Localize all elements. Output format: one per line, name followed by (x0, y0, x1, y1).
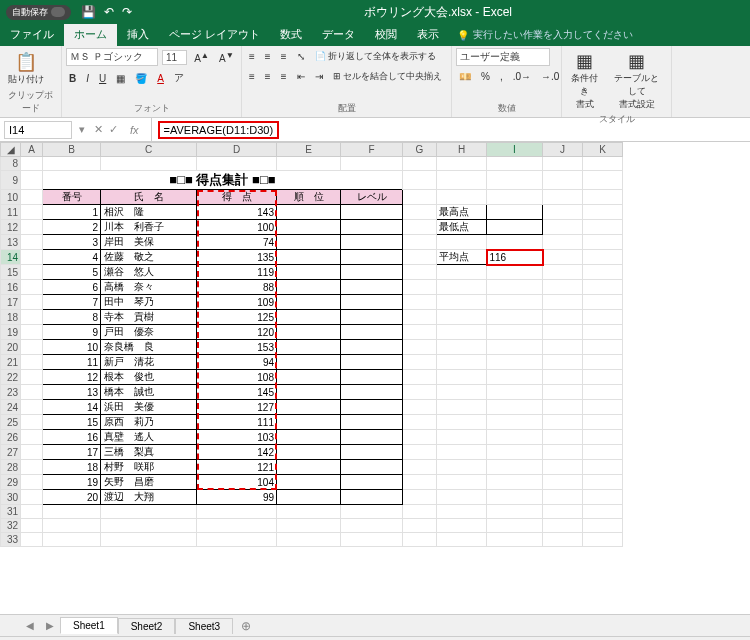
row-header[interactable]: 22 (1, 370, 21, 385)
cell-score[interactable]: 119 (197, 265, 277, 280)
cell-level[interactable] (341, 400, 403, 415)
cell-level[interactable] (341, 460, 403, 475)
cell-name[interactable]: 岸田 美保 (101, 235, 197, 250)
row-header[interactable]: 27 (1, 445, 21, 460)
cell-rank[interactable] (277, 475, 341, 490)
cell-rank[interactable] (277, 205, 341, 220)
cell-name[interactable]: 橋本 誠也 (101, 385, 197, 400)
cell-rank[interactable] (277, 385, 341, 400)
cell-num[interactable]: 4 (43, 250, 101, 265)
increase-font-icon[interactable]: A▲ (191, 48, 212, 66)
cell-level[interactable] (341, 310, 403, 325)
cell-score[interactable]: 74 (197, 235, 277, 250)
border-button[interactable]: ▦ (113, 71, 128, 86)
cell-num[interactable]: 16 (43, 430, 101, 445)
row-header[interactable]: 9 (1, 171, 21, 190)
cell-name[interactable]: 渡辺 大翔 (101, 490, 197, 505)
row-header[interactable]: 25 (1, 415, 21, 430)
new-sheet-button[interactable]: ⊕ (241, 619, 251, 633)
cell-score[interactable]: 88 (197, 280, 277, 295)
tab-data[interactable]: データ (312, 24, 365, 46)
cell-name[interactable]: 矢野 昌磨 (101, 475, 197, 490)
cell-level[interactable] (341, 490, 403, 505)
row-header[interactable]: 33 (1, 533, 21, 547)
cell-rank[interactable] (277, 265, 341, 280)
value-avg[interactable]: 116 (487, 250, 543, 265)
cell-rank[interactable] (277, 415, 341, 430)
number-format-select[interactable]: ユーザー定義 (456, 48, 550, 66)
col-header-a[interactable]: A (21, 143, 43, 157)
row-header[interactable]: 11 (1, 205, 21, 220)
currency-icon[interactable]: 💴 (456, 69, 474, 84)
row-header[interactable]: 26 (1, 430, 21, 445)
cell-score[interactable]: 109 (197, 295, 277, 310)
align-right-icon[interactable]: ≡ (278, 69, 290, 84)
increase-indent-icon[interactable]: ⇥ (312, 69, 326, 84)
cell-score[interactable]: 145 (197, 385, 277, 400)
cell-score[interactable]: 104 (197, 475, 277, 490)
row-header[interactable]: 23 (1, 385, 21, 400)
cell-level[interactable] (341, 355, 403, 370)
name-box[interactable] (4, 121, 72, 139)
row-header[interactable]: 24 (1, 400, 21, 415)
namebox-dropdown-icon[interactable]: ▾ (76, 123, 88, 136)
cell-level[interactable] (341, 295, 403, 310)
cell-score[interactable]: 125 (197, 310, 277, 325)
orientation-icon[interactable]: ⤡ (294, 49, 308, 64)
paste-button[interactable]: 📋 貼り付け (4, 49, 48, 88)
cell-name[interactable]: 三橋 梨真 (101, 445, 197, 460)
wrap-text-button[interactable]: 📄 折り返して全体を表示する (312, 48, 440, 65)
row-header[interactable]: 14 (1, 250, 21, 265)
sheet-tab-3[interactable]: Sheet3 (175, 618, 233, 634)
cell-num[interactable]: 1 (43, 205, 101, 220)
cell-rank[interactable] (277, 250, 341, 265)
sheet-nav-next-icon[interactable]: ▶ (40, 620, 60, 631)
enter-formula-icon[interactable]: ✓ (109, 123, 118, 136)
row-header[interactable]: 28 (1, 460, 21, 475)
cell-num[interactable]: 2 (43, 220, 101, 235)
cell-num[interactable]: 13 (43, 385, 101, 400)
cell-score[interactable]: 99 (197, 490, 277, 505)
cell-num[interactable]: 10 (43, 340, 101, 355)
format-as-table-button[interactable]: ▦ テーブルとして 書式設定 (607, 48, 667, 113)
cell-name[interactable]: 瀬谷 悠人 (101, 265, 197, 280)
cell-name[interactable]: 田中 琴乃 (101, 295, 197, 310)
cell-score[interactable]: 111 (197, 415, 277, 430)
cell-level[interactable] (341, 415, 403, 430)
cell-num[interactable]: 18 (43, 460, 101, 475)
cell-name[interactable]: 高橋 奈々 (101, 280, 197, 295)
select-all-corner[interactable]: ◢ (1, 143, 21, 157)
cell-level[interactable] (341, 340, 403, 355)
cell-name[interactable]: 根本 俊也 (101, 370, 197, 385)
percent-icon[interactable]: % (478, 69, 493, 84)
row-header[interactable]: 12 (1, 220, 21, 235)
row-header[interactable]: 19 (1, 325, 21, 340)
col-header-g[interactable]: G (403, 143, 437, 157)
cell-score[interactable]: 103 (197, 430, 277, 445)
cell-level[interactable] (341, 235, 403, 250)
tab-view[interactable]: 表示 (407, 24, 449, 46)
cell-name[interactable]: 戸田 優奈 (101, 325, 197, 340)
tab-page-layout[interactable]: ページ レイアウト (159, 24, 270, 46)
cell-score[interactable]: 153 (197, 340, 277, 355)
cell-num[interactable]: 6 (43, 280, 101, 295)
cell-score[interactable]: 127 (197, 400, 277, 415)
cell-rank[interactable] (277, 490, 341, 505)
cell-score[interactable]: 143 (197, 205, 277, 220)
cell-level[interactable] (341, 220, 403, 235)
sheet-nav-prev-icon[interactable]: ◀ (20, 620, 40, 631)
cell-rank[interactable] (277, 430, 341, 445)
cell-name[interactable]: 浜田 美優 (101, 400, 197, 415)
increase-decimal-icon[interactable]: .0→ (510, 69, 534, 84)
cell-name[interactable]: 奈良橋 良 (101, 340, 197, 355)
cell-rank[interactable] (277, 400, 341, 415)
cell-rank[interactable] (277, 355, 341, 370)
cell-level[interactable] (341, 370, 403, 385)
cell-name[interactable]: 原西 莉乃 (101, 415, 197, 430)
cell-rank[interactable] (277, 310, 341, 325)
cell-level[interactable] (341, 475, 403, 490)
autosave-toggle[interactable]: 自動保存 (6, 5, 71, 20)
tab-review[interactable]: 校閲 (365, 24, 407, 46)
row-header[interactable]: 8 (1, 157, 21, 171)
row-header[interactable]: 31 (1, 505, 21, 519)
